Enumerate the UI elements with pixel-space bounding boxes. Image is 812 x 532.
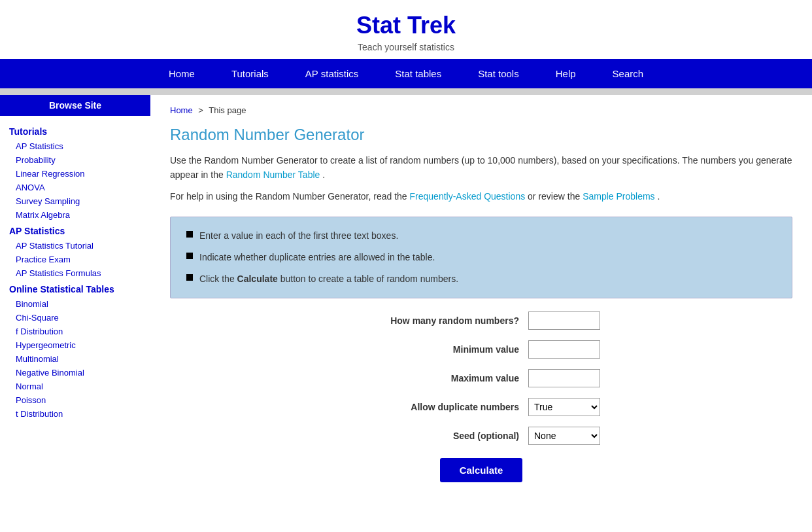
nav-home[interactable]: Home xyxy=(150,59,213,88)
sidebar-section-ap-statistics: AP Statistics xyxy=(0,222,150,239)
sidebar-link-negative-binomial[interactable]: Negative Binomial xyxy=(0,366,150,380)
site-header: Stat Trek Teach yourself statistics xyxy=(0,0,812,59)
input-qty[interactable] xyxy=(528,311,600,330)
label-min: Minimum value xyxy=(362,344,519,355)
calculate-button[interactable]: Calculate xyxy=(440,458,523,482)
form-row-seed: Seed (optional) None 1 2 3 xyxy=(170,427,792,445)
form-area: How many random numbers? Minimum value M… xyxy=(170,311,792,482)
info-box: Enter a value in each of the first three… xyxy=(170,217,792,298)
label-duplicates: Allow duplicate numbers xyxy=(362,402,519,412)
form-row-max: Maximum value xyxy=(170,369,792,387)
gray-bar xyxy=(0,88,812,95)
sidebar-link-survey-sampling[interactable]: Survey Sampling xyxy=(0,194,150,208)
nav-search[interactable]: Search xyxy=(594,59,662,88)
description-2: For help in using the Random Number Gene… xyxy=(170,189,792,204)
sample-problems-link[interactable]: Sample Problems xyxy=(583,191,655,202)
sidebar-link-t-distribution[interactable]: t Distribution xyxy=(0,407,150,421)
info-text-3: Click the Calculate button to create a t… xyxy=(199,272,458,286)
sidebar-link-anova[interactable]: ANOVA xyxy=(0,181,150,194)
sidebar-link-probability[interactable]: Probability xyxy=(0,153,150,167)
desc2-mid: or review the xyxy=(528,191,580,202)
form-row-duplicates: Allow duplicate numbers True False xyxy=(170,398,792,416)
sidebar-link-f-distribution[interactable]: f Distribution xyxy=(0,325,150,338)
label-qty: How many random numbers? xyxy=(362,315,519,326)
page-title: Random Number Generator xyxy=(170,126,792,144)
info-text-2: Indicate whether duplicate entries are a… xyxy=(199,251,435,264)
random-number-table-link[interactable]: Random Number Table xyxy=(226,169,320,180)
sidebar-link-binomial[interactable]: Binomial xyxy=(0,297,150,311)
sidebar-link-ap-statistics-tutorial[interactable]: AP Statistics Tutorial xyxy=(0,239,150,253)
nav-help[interactable]: Help xyxy=(537,59,594,88)
breadcrumb: Home > This page xyxy=(170,105,792,115)
main-content: Home > This page Random Number Generator… xyxy=(150,95,812,493)
select-seed[interactable]: None 1 2 3 xyxy=(528,427,600,445)
main-nav: Home Tutorials AP statistics Stat tables… xyxy=(0,59,812,88)
sidebar-link-practice-exam[interactable]: Practice Exam xyxy=(0,253,150,266)
description-1: Use the Random Number Generator to creat… xyxy=(170,153,792,183)
sidebar-link-ap-statistics-formulas[interactable]: AP Statistics Formulas xyxy=(0,266,150,280)
site-tagline: Teach yourself statistics xyxy=(0,42,812,52)
sidebar-link-linear-regression[interactable]: Linear Regression xyxy=(0,167,150,181)
info-item-2: Indicate whether duplicate entries are a… xyxy=(186,251,776,264)
nav-tutorials[interactable]: Tutorials xyxy=(213,59,287,88)
form-row-min: Minimum value xyxy=(170,340,792,359)
sidebar-title: Browse Site xyxy=(0,95,150,116)
label-max: Maximum value xyxy=(362,373,519,383)
input-min[interactable] xyxy=(528,340,600,359)
info-item-1: Enter a value in each of the first three… xyxy=(186,229,776,243)
bullet-1 xyxy=(186,231,193,238)
breadcrumb-home[interactable]: Home xyxy=(170,105,193,115)
breadcrumb-current: This page xyxy=(209,105,246,115)
info-item-3: Click the Calculate button to create a t… xyxy=(186,272,776,286)
sidebar-link-matrix-algebra[interactable]: Matrix Algebra xyxy=(0,208,150,222)
nav-stat-tables[interactable]: Stat tables xyxy=(377,59,460,88)
sidebar-link-ap-statistics[interactable]: AP Statistics xyxy=(0,139,150,153)
nav-stat-tools[interactable]: Stat tools xyxy=(460,59,537,88)
sidebar-link-normal[interactable]: Normal xyxy=(0,380,150,393)
info-text-1: Enter a value in each of the first three… xyxy=(199,229,398,243)
input-max[interactable] xyxy=(528,369,600,387)
sidebar-link-hypergeometric[interactable]: Hypergeometric xyxy=(0,338,150,352)
nav-ap-statistics[interactable]: AP statistics xyxy=(287,59,377,88)
sidebar-link-multinomial[interactable]: Multinomial xyxy=(0,352,150,366)
bullet-2 xyxy=(186,253,193,259)
desc2-start: For help in using the Random Number Gene… xyxy=(170,191,407,202)
label-seed: Seed (optional) xyxy=(362,431,519,441)
faq-link[interactable]: Frequently-Asked Questions xyxy=(410,191,526,202)
sidebar-section-tutorials: Tutorials xyxy=(0,122,150,139)
sidebar-link-poisson[interactable]: Poisson xyxy=(0,393,150,407)
select-duplicates[interactable]: True False xyxy=(528,398,600,416)
sidebar-link-chi-square[interactable]: Chi-Square xyxy=(0,311,150,325)
breadcrumb-separator: > xyxy=(198,105,203,115)
desc2-end: . xyxy=(658,191,660,202)
sidebar-section-online-tables: Online Statistical Tables xyxy=(0,280,150,297)
layout: Browse Site Tutorials AP Statistics Prob… xyxy=(0,95,812,493)
site-title: Stat Trek xyxy=(0,12,812,39)
form-row-qty: How many random numbers? xyxy=(170,311,792,330)
sidebar: Browse Site Tutorials AP Statistics Prob… xyxy=(0,95,150,493)
bullet-3 xyxy=(186,274,193,281)
desc1-end: . xyxy=(322,169,325,180)
